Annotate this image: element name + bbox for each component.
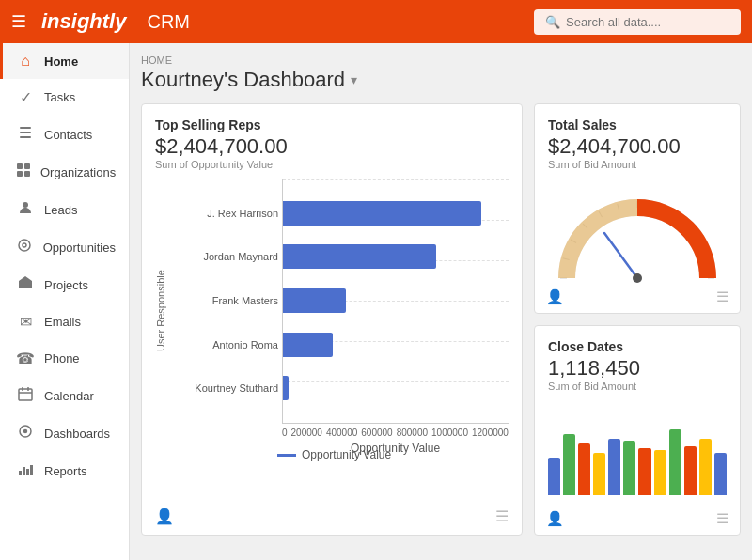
left-panel-user-icon[interactable]: 👤 [155,507,174,525]
x-label-1: 200000 [291,428,322,438]
svg-marker-10 [19,276,32,288]
bar-row-rex: J. Rex Harrison [283,199,509,227]
page-title-dropdown-icon[interactable]: ▾ [351,72,357,87]
svg-point-7 [23,202,28,208]
x-axis-title: Opportunity Value [282,442,509,455]
organizations-icon [16,163,31,181]
x-label-2: 400000 [326,428,357,438]
left-panel-menu-icon[interactable]: ☰ [495,507,509,525]
total-sales-subtitle: Sum of Bid Amount [548,159,727,170]
sidebar-label-organizations: Organizations [40,165,116,179]
close-dates-value: 1,118,450 [548,356,727,381]
search-bar[interactable]: 🔍 [534,9,741,35]
close-dates-menu-icon[interactable]: ☰ [716,510,728,527]
close-dates-bar [548,458,560,495]
sidebar-item-dashboards[interactable]: Dashboards [0,414,129,452]
home-icon: ⌂ [16,53,35,70]
svg-rect-18 [23,467,25,475]
left-panel-footer: 👤 ☰ [155,507,509,525]
svg-rect-11 [19,389,32,400]
close-dates-bar [638,448,650,495]
x-label-4: 800000 [397,428,428,438]
svg-rect-6 [24,171,30,177]
gauge-chart [548,179,727,292]
dashboards-icon [16,424,35,443]
sidebar-item-contacts[interactable]: Contacts [0,116,129,153]
dashboard-row: Top Selling Reps $2,404,700.00 Sum of Op… [141,103,741,536]
y-axis-label: User Responsible [155,179,170,443]
bar-row-jordan: Jordan Maynard [283,242,509,271]
right-panels: Total Sales $2,404,700.00 Sum of Bid Amo… [534,103,741,536]
close-dates-title: Close Dates [548,339,727,354]
sidebar-label-emails: Emails [44,315,81,329]
close-dates-bar [684,446,697,495]
sidebar-item-leads[interactable]: Leads [0,191,129,228]
projects-icon [16,275,35,294]
svg-rect-3 [17,163,23,169]
close-dates-bar [623,441,635,495]
sidebar-item-phone[interactable]: ☎ Phone [0,340,129,377]
sidebar-item-calendar[interactable]: Calendar [0,377,129,414]
close-dates-bar [669,429,682,495]
bar-row-frank: Frank Masters [283,287,509,315]
content-area: HOME Kourtney's Dashboard ▾ Top Selling … [130,43,752,560]
sidebar-item-projects[interactable]: Projects [0,266,129,303]
bar-kourtney [283,376,289,400]
sidebar-label-opportunities: Opportunities [43,241,116,255]
close-dates-bar [593,453,605,495]
left-panel-value: $2,404,700.00 [155,134,509,159]
sidebar-label-calendar: Calendar [44,389,94,403]
sidebar-label-reports: Reports [44,464,87,478]
sidebar-item-emails[interactable]: ✉ Emails [0,303,129,340]
svg-rect-20 [30,465,33,475]
bar-label-rex: J. Rex Harrison [175,208,278,219]
sidebar-label-phone: Phone [44,351,80,366]
left-panel-title: Top Selling Reps [155,117,509,132]
total-sales-panel: Total Sales $2,404,700.00 Sum of Bid Amo… [534,103,741,314]
reports-icon [16,461,35,480]
svg-point-9 [23,243,26,247]
sidebar-label-projects: Projects [44,278,88,292]
svg-rect-1 [20,132,31,133]
close-dates-bar [654,450,666,495]
emails-icon: ✉ [16,313,35,331]
total-sales-menu-icon[interactable]: ☰ [716,288,728,305]
sidebar-label-leads: Leads [44,203,77,217]
close-dates-bar [714,453,727,495]
svg-line-34 [604,233,637,278]
bar-label-jordan: Jordan Maynard [175,251,278,262]
svg-point-8 [19,240,30,251]
sidebar-item-reports[interactable]: Reports [0,452,129,490]
bar-label-frank: Frank Masters [175,295,278,306]
sidebar: ⌂ Home ✓ Tasks Contacts Organizations Le… [0,43,130,560]
hamburger-icon[interactable]: ☰ [11,11,26,32]
opportunities-icon [16,238,34,257]
sidebar-item-opportunities[interactable]: Opportunities [0,228,129,266]
total-sales-user-icon[interactable]: 👤 [546,288,564,305]
total-sales-value: $2,404,700.00 [548,134,727,159]
bar-label-kourtney: Kourtney Stuthard [175,382,278,394]
sidebar-item-home[interactable]: ⌂ Home [0,43,129,79]
left-panel-subtitle: Sum of Opportunity Value [155,159,509,170]
search-input[interactable] [566,15,729,29]
sidebar-item-tasks[interactable]: ✓ Tasks [0,79,129,116]
svg-rect-2 [20,136,31,138]
svg-point-16 [24,430,27,433]
svg-rect-17 [19,471,22,475]
app-title: CRM [147,11,190,33]
x-label-0: 0 [282,428,288,438]
total-sales-footer: 👤 ☰ [546,288,728,305]
logo: insightly [41,9,126,34]
x-label-6: 1200000 [472,428,509,438]
contacts-icon [16,125,35,144]
close-dates-panel: Close Dates 1,118,450 Sum of Bid Amount … [534,325,741,536]
bar-antonio [283,333,333,357]
svg-rect-5 [17,171,23,177]
top-selling-reps-panel: Top Selling Reps $2,404,700.00 Sum of Op… [141,103,523,536]
svg-rect-19 [26,469,29,475]
close-dates-bar [563,434,575,495]
bar-row-antonio: Antonio Roma [283,331,509,359]
sidebar-item-organizations[interactable]: Organizations [0,153,129,191]
close-dates-bar [578,443,590,495]
close-dates-user-icon[interactable]: 👤 [546,510,564,527]
